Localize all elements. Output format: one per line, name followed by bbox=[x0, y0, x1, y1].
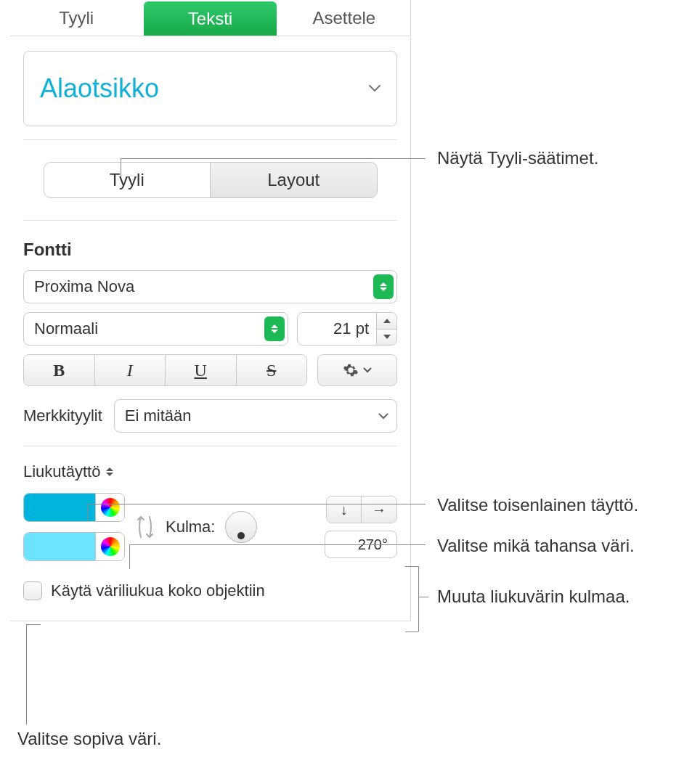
callout-any-color: Valitse mikä tahansa väri. bbox=[437, 536, 635, 556]
apply-to-object-label: Käytä väriliukua koko objektiin bbox=[51, 581, 265, 600]
updown-icon bbox=[373, 274, 394, 299]
apply-to-object-checkbox[interactable] bbox=[23, 581, 42, 600]
updown-icon bbox=[106, 467, 113, 476]
font-family-select[interactable]: Proxima Nova bbox=[23, 270, 397, 303]
character-styles-label: Merkkityylit bbox=[23, 406, 102, 425]
color-swatch-2[interactable] bbox=[24, 533, 95, 560]
font-size-input[interactable]: 21 pt bbox=[297, 312, 377, 346]
direction-down-button[interactable]: ↓ bbox=[327, 497, 362, 523]
fill-section: Liukutäyttö Kulma: ↓ bbox=[10, 446, 410, 600]
font-weight-value: Normaali bbox=[34, 319, 98, 338]
underline-button[interactable]: U bbox=[166, 355, 237, 385]
chevron-down-icon bbox=[369, 85, 380, 92]
fill-type-value: Liukutäyttö bbox=[23, 462, 100, 481]
stepper-down[interactable] bbox=[377, 330, 396, 346]
text-format-group: B I U S bbox=[23, 354, 307, 386]
tab-style[interactable]: Tyyli bbox=[10, 0, 142, 36]
sub-tab-layout[interactable]: Layout bbox=[211, 163, 377, 197]
direction-right-button[interactable]: → bbox=[362, 497, 396, 523]
tab-arrange[interactable]: Asettele bbox=[278, 0, 410, 36]
color-picker-button-2[interactable] bbox=[95, 533, 124, 560]
color-wheel-icon bbox=[101, 498, 120, 517]
stepper-up[interactable] bbox=[377, 313, 396, 330]
sub-tab-style[interactable]: Tyyli bbox=[44, 163, 211, 197]
callout-choose-fill: Valitse toisenlainen täyttö. bbox=[437, 495, 638, 515]
font-heading: Fontti bbox=[23, 240, 397, 260]
fill-type-select[interactable]: Liukutäyttö bbox=[23, 462, 113, 481]
font-family-value: Proxima Nova bbox=[34, 277, 134, 296]
character-style-select[interactable]: Ei mitään bbox=[114, 399, 397, 433]
gradient-stop-1 bbox=[23, 493, 125, 522]
direction-segment: ↓ → bbox=[326, 496, 397, 523]
color-picker-button-1[interactable] bbox=[95, 494, 124, 521]
color-wheel-icon bbox=[101, 537, 120, 556]
updown-icon bbox=[373, 404, 394, 428]
format-panel: Tyyli Teksti Asettele Alaotsikko Tyyli L… bbox=[10, 0, 411, 621]
callout-show-style: Näytä Tyyli-säätimet. bbox=[437, 148, 598, 168]
paragraph-style-name: Alaotsikko bbox=[40, 73, 159, 104]
gear-icon bbox=[343, 362, 359, 378]
bold-button[interactable]: B bbox=[24, 355, 95, 385]
advanced-options-button[interactable] bbox=[317, 354, 397, 386]
callout-choose-color: Valitse sopiva väri. bbox=[17, 729, 161, 749]
angle-label: Kulma: bbox=[166, 518, 215, 536]
angle-dial[interactable] bbox=[225, 511, 257, 543]
gradient-stop-2 bbox=[23, 532, 125, 561]
chevron-down-icon bbox=[363, 367, 372, 373]
character-style-value: Ei mitään bbox=[125, 406, 192, 425]
paragraph-style-select[interactable]: Alaotsikko bbox=[23, 51, 397, 126]
tab-text[interactable]: Teksti bbox=[144, 1, 276, 36]
font-section: Fontti Proxima Nova Normaali 21 pt B I bbox=[10, 240, 410, 433]
font-size-stepper[interactable] bbox=[377, 312, 397, 346]
italic-button[interactable]: I bbox=[95, 355, 166, 385]
sub-tabs: Tyyli Layout bbox=[44, 162, 378, 198]
top-tabs: Tyyli Teksti Asettele bbox=[10, 0, 410, 36]
callout-change-angle: Muuta liukuvärin kulmaa. bbox=[437, 587, 630, 607]
updown-icon bbox=[264, 316, 285, 341]
color-swatch-1[interactable] bbox=[24, 494, 95, 521]
font-weight-select[interactable]: Normaali bbox=[23, 312, 288, 346]
strikethrough-button[interactable]: S bbox=[237, 355, 307, 385]
swap-colors-button[interactable] bbox=[135, 510, 155, 544]
